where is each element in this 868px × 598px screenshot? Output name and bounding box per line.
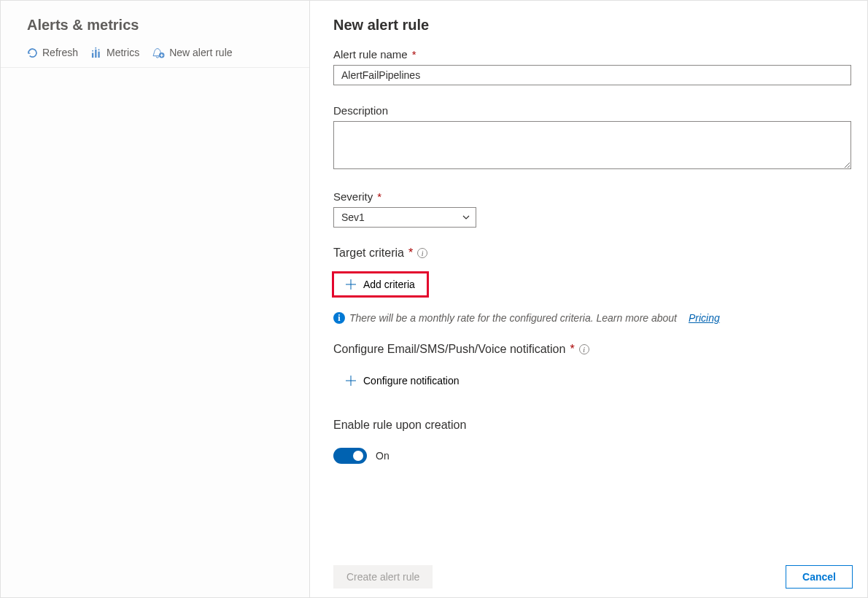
description-textarea[interactable] bbox=[333, 121, 851, 169]
panel-title: New alert rule bbox=[333, 17, 853, 34]
configure-notification-button[interactable]: Configure notification bbox=[333, 369, 472, 392]
notification-label: Configure Email/SMS/Push/Voice notificat… bbox=[333, 343, 853, 356]
add-criteria-label: Add criteria bbox=[363, 279, 415, 290]
severity-select[interactable]: Sev1 bbox=[333, 207, 476, 228]
severity-label: Severity * bbox=[333, 190, 853, 203]
info-icon[interactable]: i bbox=[417, 248, 427, 258]
alert-name-input[interactable] bbox=[333, 65, 851, 85]
target-criteria-section: Target criteria * i Add criteria i There… bbox=[333, 246, 853, 324]
alert-name-section: Alert rule name * bbox=[333, 48, 853, 85]
alert-name-label: Alert rule name * bbox=[333, 48, 853, 61]
toggle-knob bbox=[353, 451, 363, 461]
refresh-label: Refresh bbox=[42, 47, 78, 58]
pricing-link[interactable]: Pricing bbox=[689, 312, 720, 324]
refresh-icon bbox=[27, 47, 38, 58]
required-asterisk: * bbox=[408, 246, 413, 260]
metrics-icon bbox=[91, 47, 102, 58]
plus-icon bbox=[346, 279, 356, 290]
description-section: Description bbox=[333, 104, 853, 171]
footer: Create alert rule Cancel bbox=[333, 565, 853, 589]
sidebar: Alerts & metrics Refresh Metrics New ale… bbox=[1, 1, 310, 597]
configure-notification-label: Configure notification bbox=[363, 375, 460, 387]
main-panel: New alert rule Alert rule name * Descrip… bbox=[310, 1, 867, 597]
pricing-info: i There will be a monthly rate for the c… bbox=[333, 312, 853, 324]
new-alert-rule-label: New alert rule bbox=[169, 47, 232, 58]
enable-rule-label: Enable rule upon creation bbox=[333, 419, 853, 432]
description-label: Description bbox=[333, 104, 853, 117]
metrics-button[interactable]: Metrics bbox=[91, 47, 139, 58]
info-icon[interactable]: i bbox=[579, 344, 589, 354]
pricing-info-text: There will be a monthly rate for the con… bbox=[349, 312, 677, 324]
svg-point-3 bbox=[92, 50, 93, 51]
enable-rule-section: Enable rule upon creation On bbox=[333, 419, 853, 464]
new-alert-rule-button[interactable]: New alert rule bbox=[152, 47, 232, 58]
alert-icon bbox=[152, 47, 165, 58]
notification-section: Configure Email/SMS/Push/Voice notificat… bbox=[333, 343, 853, 392]
svg-rect-2 bbox=[98, 51, 99, 57]
toggle-state-label: On bbox=[376, 450, 390, 462]
cancel-button[interactable]: Cancel bbox=[786, 565, 853, 589]
plus-icon bbox=[346, 376, 356, 386]
svg-point-4 bbox=[95, 47, 96, 49]
svg-rect-0 bbox=[92, 53, 93, 58]
metrics-label: Metrics bbox=[106, 47, 139, 58]
page-title: Alerts & metrics bbox=[1, 4, 309, 47]
required-asterisk: * bbox=[377, 190, 381, 203]
target-criteria-label: Target criteria * i bbox=[333, 246, 853, 260]
refresh-button[interactable]: Refresh bbox=[27, 47, 78, 58]
add-criteria-button[interactable]: Add criteria bbox=[333, 273, 427, 296]
enable-rule-toggle[interactable] bbox=[333, 448, 367, 464]
required-asterisk: * bbox=[570, 343, 574, 356]
severity-section: Severity * Sev1 bbox=[333, 190, 853, 228]
svg-point-5 bbox=[98, 49, 100, 50]
create-alert-rule-button[interactable]: Create alert rule bbox=[333, 565, 433, 589]
toolbar: Refresh Metrics New alert rule bbox=[1, 47, 309, 68]
svg-rect-1 bbox=[95, 49, 96, 57]
required-asterisk: * bbox=[412, 48, 416, 61]
info-badge-icon: i bbox=[333, 312, 345, 324]
